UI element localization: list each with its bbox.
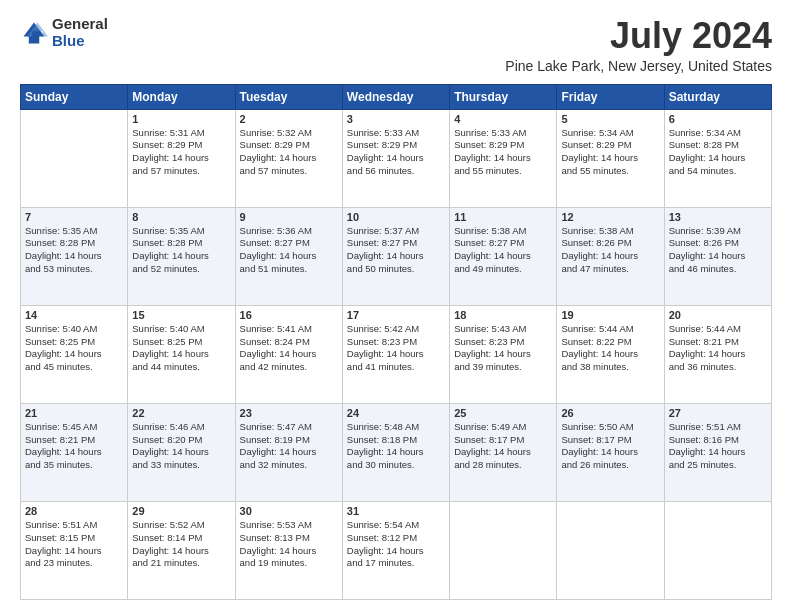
day-number: 29 <box>132 505 230 517</box>
calendar-cell: 2Sunrise: 5:32 AM Sunset: 8:29 PM Daylig… <box>235 109 342 207</box>
header-wednesday: Wednesday <box>342 84 449 109</box>
day-info: Sunrise: 5:39 AM Sunset: 8:26 PM Dayligh… <box>669 225 767 276</box>
calendar-week-5: 28Sunrise: 5:51 AM Sunset: 8:15 PM Dayli… <box>21 501 772 599</box>
calendar-cell: 15Sunrise: 5:40 AM Sunset: 8:25 PM Dayli… <box>128 305 235 403</box>
day-info: Sunrise: 5:43 AM Sunset: 8:23 PM Dayligh… <box>454 323 552 374</box>
day-info: Sunrise: 5:44 AM Sunset: 8:22 PM Dayligh… <box>561 323 659 374</box>
calendar-week-3: 14Sunrise: 5:40 AM Sunset: 8:25 PM Dayli… <box>21 305 772 403</box>
calendar-cell: 8Sunrise: 5:35 AM Sunset: 8:28 PM Daylig… <box>128 207 235 305</box>
day-number: 28 <box>25 505 123 517</box>
day-number: 22 <box>132 407 230 419</box>
main-title: July 2024 <box>505 16 772 56</box>
calendar-cell: 7Sunrise: 5:35 AM Sunset: 8:28 PM Daylig… <box>21 207 128 305</box>
logo-blue: Blue <box>52 33 108 50</box>
logo: General Blue <box>20 16 108 49</box>
day-number: 26 <box>561 407 659 419</box>
day-info: Sunrise: 5:40 AM Sunset: 8:25 PM Dayligh… <box>132 323 230 374</box>
day-info: Sunrise: 5:35 AM Sunset: 8:28 PM Dayligh… <box>132 225 230 276</box>
day-number: 20 <box>669 309 767 321</box>
calendar-cell: 29Sunrise: 5:52 AM Sunset: 8:14 PM Dayli… <box>128 501 235 599</box>
day-info: Sunrise: 5:40 AM Sunset: 8:25 PM Dayligh… <box>25 323 123 374</box>
day-info: Sunrise: 5:33 AM Sunset: 8:29 PM Dayligh… <box>347 127 445 178</box>
header-tuesday: Tuesday <box>235 84 342 109</box>
calendar-cell: 3Sunrise: 5:33 AM Sunset: 8:29 PM Daylig… <box>342 109 449 207</box>
day-number: 16 <box>240 309 338 321</box>
day-number: 25 <box>454 407 552 419</box>
day-number: 1 <box>132 113 230 125</box>
logo-text: General Blue <box>52 16 108 49</box>
calendar-cell: 4Sunrise: 5:33 AM Sunset: 8:29 PM Daylig… <box>450 109 557 207</box>
day-number: 14 <box>25 309 123 321</box>
day-number: 5 <box>561 113 659 125</box>
calendar-cell: 12Sunrise: 5:38 AM Sunset: 8:26 PM Dayli… <box>557 207 664 305</box>
subtitle: Pine Lake Park, New Jersey, United State… <box>505 58 772 74</box>
day-number: 31 <box>347 505 445 517</box>
day-info: Sunrise: 5:34 AM Sunset: 8:28 PM Dayligh… <box>669 127 767 178</box>
calendar-cell: 19Sunrise: 5:44 AM Sunset: 8:22 PM Dayli… <box>557 305 664 403</box>
day-number: 24 <box>347 407 445 419</box>
header-sunday: Sunday <box>21 84 128 109</box>
calendar-cell: 9Sunrise: 5:36 AM Sunset: 8:27 PM Daylig… <box>235 207 342 305</box>
calendar-cell: 26Sunrise: 5:50 AM Sunset: 8:17 PM Dayli… <box>557 403 664 501</box>
day-info: Sunrise: 5:38 AM Sunset: 8:26 PM Dayligh… <box>561 225 659 276</box>
title-block: July 2024 Pine Lake Park, New Jersey, Un… <box>505 16 772 74</box>
header-monday: Monday <box>128 84 235 109</box>
calendar-cell: 30Sunrise: 5:53 AM Sunset: 8:13 PM Dayli… <box>235 501 342 599</box>
day-info: Sunrise: 5:45 AM Sunset: 8:21 PM Dayligh… <box>25 421 123 472</box>
day-info: Sunrise: 5:49 AM Sunset: 8:17 PM Dayligh… <box>454 421 552 472</box>
day-number: 9 <box>240 211 338 223</box>
day-info: Sunrise: 5:36 AM Sunset: 8:27 PM Dayligh… <box>240 225 338 276</box>
day-info: Sunrise: 5:46 AM Sunset: 8:20 PM Dayligh… <box>132 421 230 472</box>
calendar-cell: 5Sunrise: 5:34 AM Sunset: 8:29 PM Daylig… <box>557 109 664 207</box>
calendar-week-4: 21Sunrise: 5:45 AM Sunset: 8:21 PM Dayli… <box>21 403 772 501</box>
day-number: 4 <box>454 113 552 125</box>
day-number: 19 <box>561 309 659 321</box>
day-number: 13 <box>669 211 767 223</box>
day-info: Sunrise: 5:51 AM Sunset: 8:15 PM Dayligh… <box>25 519 123 570</box>
calendar-cell <box>450 501 557 599</box>
day-info: Sunrise: 5:53 AM Sunset: 8:13 PM Dayligh… <box>240 519 338 570</box>
calendar-cell: 13Sunrise: 5:39 AM Sunset: 8:26 PM Dayli… <box>664 207 771 305</box>
page: General Blue July 2024 Pine Lake Park, N… <box>0 0 792 612</box>
calendar-cell: 14Sunrise: 5:40 AM Sunset: 8:25 PM Dayli… <box>21 305 128 403</box>
day-info: Sunrise: 5:35 AM Sunset: 8:28 PM Dayligh… <box>25 225 123 276</box>
calendar-week-2: 7Sunrise: 5:35 AM Sunset: 8:28 PM Daylig… <box>21 207 772 305</box>
header-thursday: Thursday <box>450 84 557 109</box>
logo-general: General <box>52 16 108 33</box>
day-info: Sunrise: 5:42 AM Sunset: 8:23 PM Dayligh… <box>347 323 445 374</box>
calendar-cell: 17Sunrise: 5:42 AM Sunset: 8:23 PM Dayli… <box>342 305 449 403</box>
header: General Blue July 2024 Pine Lake Park, N… <box>20 16 772 74</box>
day-info: Sunrise: 5:48 AM Sunset: 8:18 PM Dayligh… <box>347 421 445 472</box>
day-info: Sunrise: 5:47 AM Sunset: 8:19 PM Dayligh… <box>240 421 338 472</box>
calendar-cell: 24Sunrise: 5:48 AM Sunset: 8:18 PM Dayli… <box>342 403 449 501</box>
day-info: Sunrise: 5:34 AM Sunset: 8:29 PM Dayligh… <box>561 127 659 178</box>
calendar-cell: 25Sunrise: 5:49 AM Sunset: 8:17 PM Dayli… <box>450 403 557 501</box>
calendar-cell: 1Sunrise: 5:31 AM Sunset: 8:29 PM Daylig… <box>128 109 235 207</box>
calendar-cell: 31Sunrise: 5:54 AM Sunset: 8:12 PM Dayli… <box>342 501 449 599</box>
calendar-table: Sunday Monday Tuesday Wednesday Thursday… <box>20 84 772 600</box>
day-number: 30 <box>240 505 338 517</box>
day-number: 23 <box>240 407 338 419</box>
calendar-cell: 20Sunrise: 5:44 AM Sunset: 8:21 PM Dayli… <box>664 305 771 403</box>
day-info: Sunrise: 5:33 AM Sunset: 8:29 PM Dayligh… <box>454 127 552 178</box>
day-info: Sunrise: 5:50 AM Sunset: 8:17 PM Dayligh… <box>561 421 659 472</box>
day-number: 21 <box>25 407 123 419</box>
day-info: Sunrise: 5:31 AM Sunset: 8:29 PM Dayligh… <box>132 127 230 178</box>
calendar-cell: 11Sunrise: 5:38 AM Sunset: 8:27 PM Dayli… <box>450 207 557 305</box>
day-number: 2 <box>240 113 338 125</box>
calendar-cell <box>557 501 664 599</box>
day-number: 11 <box>454 211 552 223</box>
day-number: 7 <box>25 211 123 223</box>
svg-marker-0 <box>24 22 45 43</box>
calendar-cell <box>21 109 128 207</box>
day-info: Sunrise: 5:51 AM Sunset: 8:16 PM Dayligh… <box>669 421 767 472</box>
calendar-cell: 10Sunrise: 5:37 AM Sunset: 8:27 PM Dayli… <box>342 207 449 305</box>
calendar-cell: 28Sunrise: 5:51 AM Sunset: 8:15 PM Dayli… <box>21 501 128 599</box>
day-info: Sunrise: 5:41 AM Sunset: 8:24 PM Dayligh… <box>240 323 338 374</box>
day-info: Sunrise: 5:32 AM Sunset: 8:29 PM Dayligh… <box>240 127 338 178</box>
day-number: 3 <box>347 113 445 125</box>
day-number: 17 <box>347 309 445 321</box>
day-number: 27 <box>669 407 767 419</box>
day-number: 10 <box>347 211 445 223</box>
calendar-cell: 18Sunrise: 5:43 AM Sunset: 8:23 PM Dayli… <box>450 305 557 403</box>
